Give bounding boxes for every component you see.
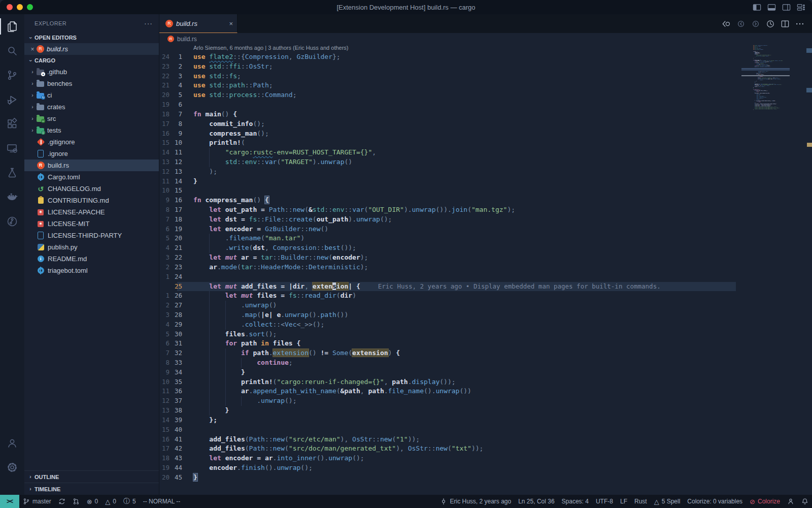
code-line-24[interactable]: 124 <box>159 272 812 282</box>
code-editor[interactable]: Arlo Siemsen, 6 months ago | 3 authors (… <box>159 45 812 495</box>
code-line-27[interactable]: 227 .unwrap() <box>159 301 812 310</box>
tree-item-ci[interactable]: ›↻ci <box>24 89 159 101</box>
tree-item-tests[interactable]: ›▯tests <box>24 124 159 136</box>
code-line-36[interactable]: 1136 ar.append_path_with_name(&path, pat… <box>159 387 812 396</box>
activity-explorer[interactable] <box>0 14 24 39</box>
tree-item-src[interactable]: ›‹›src <box>24 113 159 124</box>
code-line-45[interactable]: 2045} <box>159 473 812 483</box>
status-indentation[interactable]: Spaces: 4 <box>558 495 592 508</box>
section-open-editors[interactable]: › OPEN EDITORS <box>24 32 159 43</box>
tree-item-crates[interactable]: ›crates <box>24 101 159 113</box>
code-line-41[interactable]: 1641 add_files(Path::new("src/etc/man"),… <box>159 435 812 444</box>
code-line-44[interactable]: 1944 encoder.finish().unwrap(); <box>159 463 812 473</box>
status-problems-info[interactable]: ⓘ5 <box>120 495 140 508</box>
status-problems-warnings[interactable]: △0 <box>101 495 120 508</box>
more-actions-icon[interactable] <box>795 19 805 29</box>
code-line-38[interactable]: 1338 } <box>159 406 812 416</box>
tree-item-.gitignore[interactable]: .gitignore <box>24 136 159 148</box>
code-line-12[interactable]: 1312 std::env::var("TARGET").unwrap() <box>159 157 812 167</box>
status-cursor-position[interactable]: Ln 25, Col 36 <box>515 495 558 508</box>
code-line-3[interactable]: 223use std::fs; <box>159 72 812 81</box>
tab-build-rs[interactable]: R build.rs × <box>159 14 238 33</box>
code-line-1[interactable]: 241use flate2::{Compression, GzBuilder}; <box>159 52 812 62</box>
code-line-6[interactable]: 196 <box>159 100 812 110</box>
code-line-34[interactable]: 934 } <box>159 368 812 377</box>
section-timeline[interactable]: ›TIMELINE <box>24 483 159 495</box>
code-line-5[interactable]: 205use std::process::Command; <box>159 90 812 100</box>
code-line-8[interactable]: 178 commit_info(); <box>159 119 812 129</box>
activity-gitlens[interactable] <box>0 209 24 234</box>
activity-source-control[interactable] <box>0 63 24 87</box>
code-line-25[interactable]: 25 let mut add_files = |dir, extension| … <box>159 282 812 292</box>
activity-remote-explorer[interactable] <box>0 136 24 161</box>
toggle-primary-sidebar-icon[interactable] <box>752 3 762 12</box>
close-icon[interactable]: × <box>28 46 37 53</box>
section-outline[interactable]: ›OUTLINE <box>24 470 159 483</box>
tree-item-Cargo.toml[interactable]: Cargo.toml <box>24 171 159 183</box>
activity-settings[interactable] <box>0 455 24 480</box>
code-line-10[interactable]: 1510 println!( <box>159 138 812 148</box>
breadcrumb[interactable]: R build.rs <box>159 33 812 45</box>
code-line-28[interactable]: 328 .map(|e| e.unwrap().path()) <box>159 310 812 320</box>
status-encoding[interactable]: UTF-8 <box>592 495 617 508</box>
activity-accounts[interactable] <box>0 431 24 455</box>
code-line-33[interactable]: 833 continue; <box>159 358 812 368</box>
activity-run-debug[interactable] <box>0 87 24 112</box>
close-icon[interactable]: × <box>229 20 233 27</box>
tree-item-.github[interactable]: ›●.github <box>24 66 159 78</box>
code-line-39[interactable]: 1439 }; <box>159 416 812 425</box>
status-problems-errors[interactable]: ⊗0 <box>83 495 102 508</box>
code-line-4[interactable]: 214use std::path::Path; <box>159 81 812 90</box>
split-editor-icon[interactable] <box>780 19 790 29</box>
tree-item-benches[interactable]: ›benches <box>24 78 159 89</box>
toggle-panel-icon[interactable] <box>767 3 776 12</box>
status-vim-mode[interactable]: -- NORMAL -- <box>140 495 184 508</box>
tree-item-CHANGELOG.md[interactable]: ↺CHANGELOG.md <box>24 183 159 195</box>
activity-extensions[interactable] <box>0 112 24 136</box>
code-line-11[interactable]: 1411 "cargo:rustc-env=RUST_HOST_TARGET={… <box>159 148 812 157</box>
open-editor-item[interactable]: ×Rbuild.rs <box>24 43 159 55</box>
status-eol[interactable]: LF <box>617 495 631 508</box>
toggle-secondary-sidebar-icon[interactable] <box>782 3 791 12</box>
open-changes-icon[interactable] <box>721 19 731 29</box>
tree-item-publish.py[interactable]: publish.py <box>24 241 159 253</box>
tree-item-.ignore[interactable]: .ignore <box>24 148 159 160</box>
breadcrumb-item[interactable]: build.rs <box>177 36 197 43</box>
code-line-32[interactable]: 732 if path.extension() != Some(extensio… <box>159 348 812 358</box>
code-line-17[interactable]: 817 let out_path = Path::new(&std::env::… <box>159 205 812 215</box>
minimize-button[interactable] <box>17 4 23 10</box>
code-line-18[interactable]: 718 let dst = fs::File::create(out_path)… <box>159 215 812 225</box>
code-line-31[interactable]: 631 for path in files { <box>159 339 812 348</box>
tree-item-README.md[interactable]: iREADME.md <box>24 253 159 265</box>
activity-search[interactable] <box>0 39 24 63</box>
code-line-23[interactable]: 223 ar.mode(tar::HeaderMode::Determinist… <box>159 263 812 272</box>
code-line-19[interactable]: 619 let encoder = GzBuilder::new() <box>159 225 812 234</box>
tree-item-triagebot.toml[interactable]: triagebot.toml <box>24 265 159 276</box>
code-line-14[interactable]: 1114} <box>159 177 812 186</box>
code-line-22[interactable]: 322 let mut ar = tar::Builder::new(encod… <box>159 253 812 263</box>
previous-change-icon[interactable] <box>736 19 746 29</box>
activity-docker[interactable] <box>0 185 24 209</box>
status-spell-checker[interactable]: △5 Spell <box>651 495 684 508</box>
status-git-branch[interactable]: master <box>19 495 55 508</box>
code-line-15[interactable]: 1015 <box>159 186 812 196</box>
status-remote-indicator[interactable]: >< <box>0 495 19 508</box>
code-line-40[interactable]: 1540 <box>159 425 812 435</box>
status-colorize-variables[interactable]: Colorize: 0 variables <box>684 495 746 508</box>
tree-item-LICENSE-APACHE[interactable]: ✶LICENSE-APACHE <box>24 206 159 218</box>
tree-item-CONTRIBUTING.md[interactable]: CONTRIBUTING.md <box>24 195 159 206</box>
status-blame-commit[interactable]: Eric Huss, 2 years ago <box>436 495 515 508</box>
code-line-7[interactable]: 187fn main() { <box>159 110 812 119</box>
code-line-26[interactable]: 126 let mut files = fs::read_dir(dir) <box>159 291 812 301</box>
code-line-35[interactable]: 1035 println!("cargo:rerun-if-changed={}… <box>159 377 812 387</box>
status-feedback[interactable] <box>784 495 798 508</box>
close-button[interactable] <box>7 4 13 10</box>
status-colorize-toggle[interactable]: ⊘Colorize <box>746 495 784 508</box>
code-line-13[interactable]: 1213 ); <box>159 167 812 177</box>
code-line-37[interactable]: 1237 .unwrap(); <box>159 396 812 406</box>
code-line-30[interactable]: 530 files.sort(); <box>159 330 812 339</box>
code-line-29[interactable]: 429 .collect::<Vec<_>>(); <box>159 320 812 330</box>
customize-layout-icon[interactable] <box>796 3 806 12</box>
code-line-16[interactable]: 916fn compress_man() { <box>159 196 812 205</box>
file-history-icon[interactable] <box>765 19 775 29</box>
